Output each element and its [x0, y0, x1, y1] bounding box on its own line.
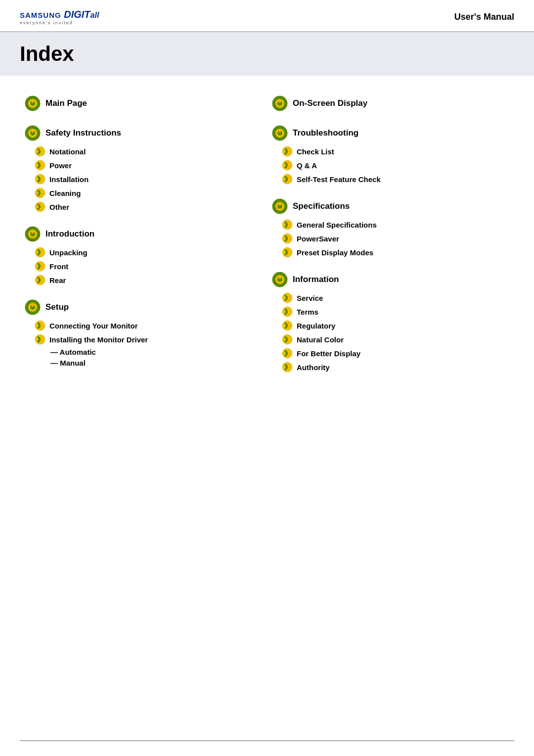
section-setup: Setup Connecting Your Monitor Installing…	[25, 299, 262, 367]
svg-point-23	[32, 305, 34, 307]
qa-label: Q & A	[297, 161, 317, 170]
installing-label: Installing the Monitor Driver	[49, 335, 148, 344]
section-information-header[interactable]: Information	[272, 272, 509, 287]
arrow-icon-front	[35, 261, 45, 272]
installation-label: Installation	[49, 175, 89, 184]
arrow-icon-cleaning	[35, 188, 45, 198]
sub-connecting[interactable]: Connecting Your Monitor	[35, 320, 262, 331]
arrow-icon-preset-display	[282, 247, 293, 258]
natural-color-label: Natural Color	[297, 335, 344, 344]
sub-authority[interactable]: Authority	[282, 362, 509, 373]
section-information: Information Service Terms	[272, 272, 509, 373]
troubleshooting-label: Troubleshooting	[293, 128, 358, 138]
arrow-icon-powersaver	[282, 233, 293, 244]
monitor-icon-setup	[25, 299, 41, 315]
selftest-label: Self-Test Feature Check	[297, 175, 381, 184]
col-right: On-Screen Display Troubleshooting	[267, 91, 514, 391]
svg-point-7	[32, 131, 34, 133]
index-title: Index	[20, 42, 74, 65]
manual-label: — Manual	[50, 359, 86, 367]
power-label: Power	[49, 161, 72, 170]
sub-qa[interactable]: Q & A	[282, 160, 509, 171]
arrow-icon-regulatory	[282, 320, 293, 331]
sub-other[interactable]: Other	[35, 201, 262, 212]
arrow-icon-qa	[282, 160, 293, 171]
header-title: User's Manual	[454, 12, 514, 22]
tagline-label: everyone's invited	[20, 20, 99, 25]
monitor-icon-specifications	[272, 198, 288, 214]
general-specs-label: General Specifications	[297, 221, 377, 229]
index-banner: Index	[0, 32, 534, 76]
preset-display-label: Preset Display Modes	[297, 248, 373, 257]
footer-line	[20, 740, 514, 741]
sub-automatic[interactable]: — Automatic	[50, 348, 262, 356]
section-osd-header[interactable]: On-Screen Display	[272, 95, 509, 111]
content-area: Main Page Safety Instructions	[0, 81, 534, 401]
monitor-icon-osd	[272, 95, 288, 111]
arrow-icon-better-display	[282, 348, 293, 359]
sub-manual[interactable]: — Manual	[50, 359, 262, 367]
unpacking-label: Unpacking	[49, 248, 88, 257]
arrow-icon-connecting	[35, 320, 45, 331]
svg-point-40	[279, 204, 281, 206]
sub-power[interactable]: Power	[35, 160, 262, 171]
section-main-page-header[interactable]: Main Page	[25, 95, 262, 111]
sub-regulatory[interactable]: Regulatory	[282, 320, 509, 331]
monitor-icon-troubleshooting	[272, 125, 288, 141]
arrow-icon-other	[35, 201, 45, 212]
information-label: Information	[293, 275, 339, 284]
main-page-label: Main Page	[45, 98, 87, 108]
rear-label: Rear	[49, 276, 66, 284]
sub-checklist[interactable]: Check List	[282, 146, 509, 157]
monitor-icon-main-page	[25, 95, 41, 111]
notational-label: Notational	[49, 147, 86, 156]
sub-selftest[interactable]: Self-Test Feature Check	[282, 174, 509, 185]
sub-cleaning[interactable]: Cleaning	[35, 188, 262, 198]
samsung-label: SAMSUNG	[20, 11, 61, 19]
arrow-icon-rear	[35, 275, 45, 285]
arrow-icon-installing	[35, 334, 45, 345]
arrow-icon-unpacking	[35, 247, 45, 258]
other-label: Other	[49, 203, 69, 211]
logo-area: SAMSUNG DIGITall everyone's invited	[20, 9, 99, 25]
svg-point-3	[32, 101, 34, 103]
arrow-icon-selftest	[282, 174, 293, 185]
sub-front[interactable]: Front	[35, 261, 262, 272]
introduction-label: Introduction	[45, 229, 94, 239]
monitor-icon-information	[272, 272, 288, 287]
authority-label: Authority	[297, 363, 330, 372]
connecting-label: Connecting Your Monitor	[49, 322, 138, 330]
sub-notational[interactable]: Notational	[35, 146, 262, 157]
sub-terms[interactable]: Terms	[282, 306, 509, 317]
svg-point-47	[279, 277, 281, 279]
section-introduction-header[interactable]: Introduction	[25, 226, 262, 242]
setup-label: Setup	[45, 302, 69, 312]
arrow-icon-terms	[282, 306, 293, 317]
arrow-icon-authority	[282, 362, 293, 373]
sub-installation[interactable]: Installation	[35, 174, 262, 185]
sub-service[interactable]: Service	[282, 292, 509, 303]
header: SAMSUNG DIGITall everyone's invited User…	[0, 0, 534, 32]
sub-rear[interactable]: Rear	[35, 275, 262, 285]
sub-unpacking[interactable]: Unpacking	[35, 247, 262, 258]
sub-natural-color[interactable]: Natural Color	[282, 334, 509, 345]
sub-installing[interactable]: Installing the Monitor Driver	[35, 334, 262, 345]
svg-point-29	[279, 101, 281, 103]
powersaver-label: PowerSaver	[297, 235, 339, 243]
sub-powersaver[interactable]: PowerSaver	[282, 233, 509, 244]
sub-preset-display[interactable]: Preset Display Modes	[282, 247, 509, 258]
service-label: Service	[297, 294, 323, 302]
arrow-icon-installation	[35, 174, 45, 185]
section-troubleshooting: Troubleshooting Check List Q & A	[272, 125, 509, 185]
sub-better-display[interactable]: For Better Display	[282, 348, 509, 359]
section-troubleshooting-header[interactable]: Troubleshooting	[272, 125, 509, 141]
terms-label: Terms	[297, 308, 318, 316]
section-setup-header[interactable]: Setup	[25, 299, 262, 315]
section-safety: Safety Instructions Notational Power	[25, 125, 262, 212]
section-safety-header[interactable]: Safety Instructions	[25, 125, 262, 141]
sub-general-specs[interactable]: General Specifications	[282, 219, 509, 230]
section-specifications-header[interactable]: Specifications	[272, 198, 509, 214]
regulatory-label: Regulatory	[297, 322, 335, 330]
front-label: Front	[49, 262, 68, 271]
checklist-label: Check List	[297, 147, 334, 156]
